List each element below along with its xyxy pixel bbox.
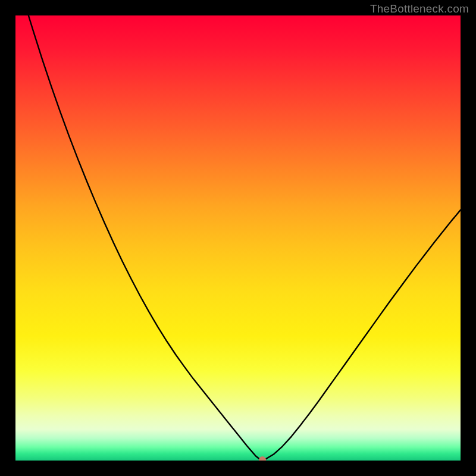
watermark-text: TheBottleneck.com bbox=[370, 2, 469, 15]
plot-area bbox=[15, 15, 461, 461]
curve-path bbox=[15, 15, 461, 460]
chart-svg bbox=[15, 15, 461, 461]
chart-frame: TheBottleneck.com bbox=[0, 0, 476, 476]
minimum-marker bbox=[259, 456, 266, 461]
